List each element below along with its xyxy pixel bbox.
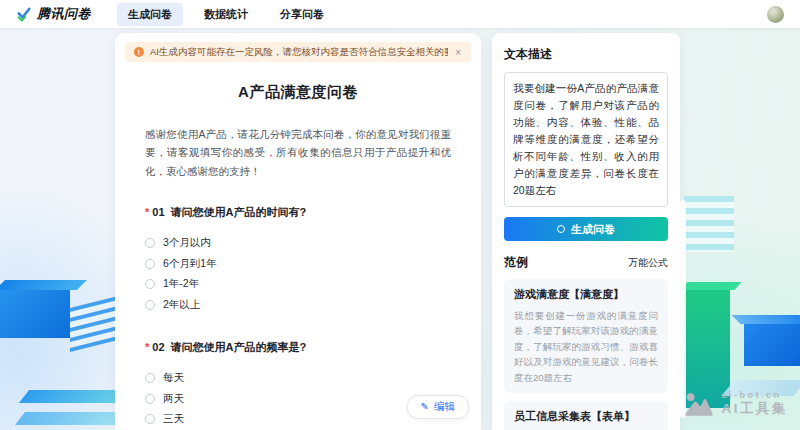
top-navbar: 腾讯问卷 生成问卷数据统计分享问卷	[0, 0, 800, 28]
radio-icon[interactable]	[145, 414, 155, 424]
pencil-icon: ✎	[421, 402, 429, 412]
examples-container: 游戏满意度【满意度】我想要创建一份游戏的满意度问卷，希望了解玩家对该游戏的满意度…	[504, 279, 668, 430]
option-label: 1年-2年	[163, 277, 199, 291]
required-asterisk: *	[145, 206, 149, 218]
generate-button-label: 生成问卷	[571, 222, 615, 237]
deco-stack-right	[684, 196, 734, 252]
ai-bot-logo-icon	[684, 392, 714, 416]
warning-text: AI生成内容可能存在一定风险，请您核对内容是否符合信息安全相关的要求。	[150, 46, 448, 59]
generator-sidebar: 文本描述 我要创建一份A产品的产品满意度问卷，了解用户对该产品的功能、内容、体验…	[492, 33, 680, 430]
deco-cube-right	[744, 324, 800, 366]
tab-分享问卷[interactable]: 分享问卷	[269, 3, 335, 26]
examples-title: 范例	[504, 254, 528, 271]
radio-icon[interactable]	[145, 259, 155, 269]
generate-survey-button[interactable]: 生成问卷	[504, 217, 668, 241]
question-number: 02	[152, 341, 164, 353]
example-title-row: 游戏满意度【满意度】	[514, 287, 658, 302]
ring-icon	[557, 225, 565, 233]
radio-icon[interactable]	[145, 373, 155, 383]
option-label: 3个月以内	[163, 236, 211, 250]
radio-icon[interactable]	[145, 238, 155, 248]
example-text: 我想要创建一份游戏的满意度问卷，希望了解玩家对该游戏的满意度，了解玩家的游戏习惯…	[514, 308, 658, 385]
watermark-url: ai-bot.cn	[722, 390, 789, 401]
radio-option[interactable]: 每天	[145, 368, 451, 389]
radio-option[interactable]: 1年-2年	[145, 274, 451, 295]
question-header: *02请问您使用A产品的频率是?	[145, 340, 451, 355]
watermark-name: AI工具集	[722, 401, 789, 418]
survey-description: 感谢您使用A产品，请花几分钟完成本问卷，你的意见对我们很重要，请客观填写你的感受…	[145, 125, 451, 180]
warning-icon: !	[134, 47, 144, 57]
nav-tabs: 生成问卷数据统计分享问卷	[117, 3, 335, 26]
survey-body: A产品满意度问卷 感谢您使用A产品，请花几分钟完成本问卷，你的意见对我们很重要，…	[115, 83, 481, 430]
text-description-title: 文本描述	[504, 46, 668, 63]
required-asterisk: *	[145, 341, 149, 353]
radio-option[interactable]: 3个月以内	[145, 233, 451, 254]
option-label: 6个月到1年	[163, 257, 217, 271]
logo-check-icon	[16, 6, 32, 22]
question: *01请问您使用A产品的时间有?3个月以内6个月到1年1年-2年2年以上	[145, 205, 451, 315]
radio-option[interactable]: 三天	[145, 409, 451, 430]
radio-option[interactable]: 2年以上	[145, 295, 451, 316]
example-card[interactable]: 员工信息采集表【表单】我想收集公司员工的基本信息，了解公司内员工的基本信息，包括…	[504, 401, 668, 430]
question-number: 01	[152, 206, 164, 218]
radio-icon[interactable]	[145, 394, 155, 404]
page-scrollbar[interactable]	[680, 200, 686, 418]
tab-生成问卷[interactable]: 生成问卷	[117, 3, 183, 26]
radio-icon[interactable]	[145, 300, 155, 310]
questions-container: *01请问您使用A产品的时间有?3个月以内6个月到1年1年-2年2年以上*02请…	[145, 205, 451, 430]
close-icon[interactable]: ×	[454, 47, 462, 58]
option-label: 两天	[163, 392, 184, 406]
radio-option[interactable]: 6个月到1年	[145, 254, 451, 275]
radio-icon[interactable]	[145, 279, 155, 289]
example-title: 员工信息采集表【表单】	[514, 409, 635, 424]
question: *02请问您使用A产品的频率是?每天两天三天一星期其他	[145, 340, 451, 430]
question-text: 请问您使用A产品的时间有?	[171, 206, 307, 218]
example-card[interactable]: 游戏满意度【满意度】我想要创建一份游戏的满意度问卷，希望了解玩家对该游戏的满意度…	[504, 279, 668, 393]
deco-cube-left	[0, 290, 70, 338]
edit-button[interactable]: ✎ 编辑	[407, 395, 469, 419]
survey-preview-card: ! AI生成内容可能存在一定风险，请您核对内容是否符合信息安全相关的要求。 × …	[115, 33, 481, 430]
edit-button-label: 编辑	[434, 400, 455, 414]
option-label: 2年以上	[163, 298, 200, 312]
options-list: 每天两天三天一星期其他	[145, 368, 451, 430]
magic-formula-link[interactable]: 万能公式	[628, 256, 668, 270]
option-label: 每天	[163, 371, 184, 385]
example-title: 游戏满意度【满意度】	[514, 287, 624, 302]
app-logo[interactable]: 腾讯问卷	[16, 5, 91, 23]
user-avatar[interactable]	[767, 6, 784, 23]
example-title-row: 员工信息采集表【表单】	[514, 409, 658, 424]
logo-text: 腾讯问卷	[37, 5, 91, 23]
options-list: 3个月以内6个月到1年1年-2年2年以上	[145, 233, 451, 315]
ai-warning-banner: ! AI生成内容可能存在一定风险，请您核对内容是否符合信息安全相关的要求。 ×	[125, 42, 471, 62]
tab-数据统计[interactable]: 数据统计	[193, 3, 259, 26]
examples-header: 范例 万能公式	[504, 254, 668, 271]
watermark-text: ai-bot.cn AI工具集	[722, 390, 789, 418]
description-textarea[interactable]: 我要创建一份A产品的产品满意度问卷，了解用户对该产品的功能、内容、体验、性能、品…	[504, 72, 668, 207]
option-label: 三天	[163, 412, 184, 426]
question-header: *01请问您使用A产品的时间有?	[145, 205, 451, 220]
question-text: 请问您使用A产品的频率是?	[171, 341, 307, 353]
watermark: ai-bot.cn AI工具集	[684, 390, 789, 418]
survey-title: A产品满意度问卷	[145, 83, 451, 102]
radio-option[interactable]: 两天	[145, 389, 451, 410]
